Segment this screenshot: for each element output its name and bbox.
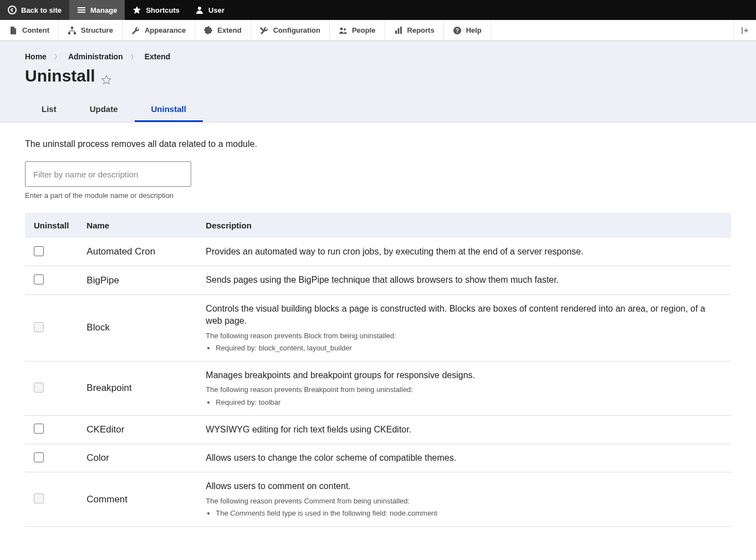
manage-button[interactable]: Manage [69,0,125,20]
back-icon [8,6,17,14]
menu-reports[interactable]: Reports [385,20,444,40]
svg-rect-1 [78,7,85,8]
tab-uninstall[interactable]: Uninstall [135,98,203,122]
user-button[interactable]: User [187,0,232,20]
svg-rect-10 [395,30,397,34]
filter-input[interactable] [25,161,191,187]
table-row: CKEditorWYSIWYG editing for rich text fi… [25,415,731,444]
admin-toolbar: Back to site Manage Shortcuts User [0,0,756,20]
module-name: Automated Cron [78,238,197,266]
svg-rect-11 [397,28,399,34]
menu-people-label: People [352,26,376,34]
module-name: BigPipe [78,266,197,294]
table-row: BreakpointManages breakpoints and breakp… [25,361,731,415]
admin-menu: Content Structure Appearance Extend Conf… [0,20,756,41]
module-description: Allows users to comment on content.The f… [197,472,731,527]
manage-label: Manage [90,6,117,14]
menu-structure-label: Structure [81,26,113,34]
table-row: ColorAllows users to change the color sc… [25,444,731,472]
uninstall-checkbox[interactable] [34,246,44,256]
breadcrumb: Home 〉 Administration 〉 Extend [25,52,731,61]
menu-extend[interactable]: Extend [195,20,251,40]
menu-help[interactable]: ? Help [444,20,491,40]
uninstall-checkbox-cell [25,238,78,266]
module-name: CKEditor [78,415,197,444]
svg-rect-15 [742,27,743,34]
module-description: WYSIWYG editing for rich text fields usi… [197,415,731,444]
menu-configuration-label: Configuration [273,26,320,34]
tab-update[interactable]: Update [73,98,135,122]
uninstall-reason: The following reason prevents Breakpoint… [206,385,722,407]
user-icon [195,6,204,14]
menu-help-label: Help [466,26,482,34]
people-icon [339,26,348,35]
table-row: BigPipeSends pages using the BigPipe tec… [25,266,731,294]
module-description: Sends pages using the BigPipe technique … [197,266,731,294]
svg-point-4 [198,7,201,10]
menu-structure[interactable]: Structure [59,20,122,40]
module-description: Allows users to change the color scheme … [197,444,731,472]
svg-rect-5 [71,27,73,29]
filter-help: Enter a part of the module name or descr… [25,191,731,200]
help-icon: ? [453,26,462,35]
svg-point-8 [340,27,343,30]
uninstall-checkbox-cell [25,444,78,472]
uninstall-checkbox[interactable] [34,274,44,284]
star-icon [132,6,141,14]
module-name: Block [78,294,197,361]
page-content: The uninstall process removes all data r… [0,123,756,543]
uninstall-checkbox-cell [25,294,78,361]
chart-icon [394,26,403,35]
uninstall-reason: The following reason prevents Comment fr… [206,496,722,518]
uninstall-checkbox[interactable] [34,452,44,462]
menu-extend-label: Extend [217,26,241,34]
uninstall-checkbox-cell [25,266,78,294]
menu-content[interactable]: Content [0,20,59,40]
th-uninstall: Uninstall [25,213,78,238]
breadcrumb-extend[interactable]: Extend [145,52,171,61]
module-name: Color [78,444,197,472]
menu-reports-label: Reports [407,26,435,34]
menu-appearance-label: Appearance [145,26,186,34]
menu-people[interactable]: People [330,20,385,40]
puzzle-icon [204,26,213,35]
svg-rect-12 [400,27,402,34]
uninstall-checkbox-cell [25,361,78,415]
structure-icon [68,26,76,35]
uninstall-checkbox [34,322,44,332]
file-icon [9,26,18,35]
tab-list[interactable]: List [25,98,73,122]
chevron-right-icon: 〉 [131,53,137,61]
user-label: User [208,6,224,14]
favorite-star-icon[interactable] [101,70,112,82]
shortcuts-label: Shortcuts [146,6,180,14]
svg-text:?: ? [456,28,459,34]
chevron-right-icon: 〉 [54,53,60,61]
hamburger-icon [77,6,86,14]
tools-icon [260,26,269,35]
back-to-site-button[interactable]: Back to site [0,0,69,20]
table-row: CommentAllows users to comment on conten… [25,472,731,527]
th-name: Name [78,213,197,238]
th-description: Description [197,213,731,238]
intro-text: The uninstall process removes all data r… [25,139,731,149]
svg-rect-6 [68,32,70,34]
uninstall-reason: The following reason prevents Block from… [206,331,722,353]
uninstall-checkbox[interactable] [34,424,44,434]
uninstall-checkbox [34,493,44,503]
svg-point-0 [8,6,16,14]
module-name: Breakpoint [78,361,197,415]
breadcrumb-admin[interactable]: Administration [68,52,123,61]
back-to-site-label: Back to site [21,6,62,14]
module-description: Controls the visual building blocks a pa… [197,294,731,361]
module-description: Manages breakpoints and breakpoint group… [197,361,731,415]
shortcuts-button[interactable]: Shortcuts [125,0,187,20]
primary-tabs: List Update Uninstall [25,98,731,122]
toolbar-orientation-toggle[interactable] [733,20,756,40]
modules-table: Uninstall Name Description Automated Cro… [25,213,731,527]
breadcrumb-home[interactable]: Home [25,52,47,61]
page-title-text: Uninstall [25,67,95,85]
menu-configuration[interactable]: Configuration [251,20,330,40]
menu-appearance[interactable]: Appearance [122,20,195,40]
wrench-icon [131,26,140,35]
